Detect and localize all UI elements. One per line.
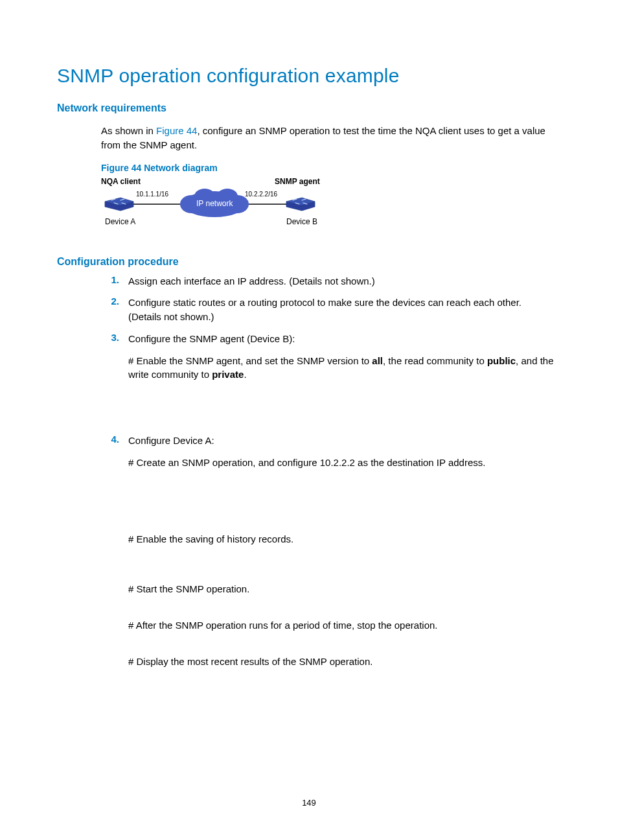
step-text: Configure the SNMP agent (Device B): <box>128 332 295 346</box>
s3-m1: , the read community to <box>383 355 487 366</box>
step-number: 3. <box>101 332 119 343</box>
label-device-a: Device A <box>105 217 135 226</box>
s3-b2: public <box>487 355 516 366</box>
step-number: 4. <box>101 434 119 445</box>
step-number: 2. <box>101 296 119 307</box>
procedure-list: 1. Assign each interface an IP address. … <box>101 274 561 346</box>
list-item: 3. Configure the SNMP agent (Device B): <box>101 332 561 346</box>
s3-pre: # Enable the SNMP agent, and set the SNM… <box>128 355 372 366</box>
label-ip-a: 10.1.1.1/16 <box>136 191 168 198</box>
figure-link[interactable]: Figure 44 <box>156 125 197 136</box>
list-item: 1. Assign each interface an IP address. … <box>101 274 561 288</box>
step4-b: # Enable the saving of history records. <box>128 532 556 546</box>
figure-caption: Figure 44 Network diagram <box>101 163 561 173</box>
label-snmp-agent: SNMP agent <box>275 177 320 186</box>
label-ip-b: 10.2.2.2/16 <box>245 191 277 198</box>
page-number: 149 <box>0 798 618 808</box>
step-text: Assign each interface an IP address. (De… <box>128 274 375 288</box>
step-text: Configure Device A: <box>128 434 214 448</box>
intro-paragraph: As shown in Figure 44, configure an SNMP… <box>101 124 561 152</box>
s3-b1: all <box>372 355 383 366</box>
list-item: 2. Configure static routes or a routing … <box>101 296 561 324</box>
section-configuration-procedure: Configuration procedure <box>57 256 561 268</box>
step4-e: # Display the most recent results of the… <box>128 655 556 669</box>
page-title: SNMP operation configuration example <box>57 65 561 87</box>
step-text: Configure static routes or a routing pro… <box>128 296 556 324</box>
section-network-requirements: Network requirements <box>57 102 561 114</box>
s3-b3: private <box>212 369 244 380</box>
label-ip-network: IP network <box>196 199 233 208</box>
step3-sub: # Enable the SNMP agent, and set the SNM… <box>128 354 556 382</box>
s3-end: . <box>244 369 246 380</box>
list-item: 4. Configure Device A: <box>101 434 561 448</box>
intro-pre: As shown in <box>101 125 156 136</box>
label-nqa-client: NQA client <box>101 177 141 186</box>
network-diagram: NQA client SNMP agent 10.1.1.1/16 10.2.2… <box>101 177 334 235</box>
step4-d: # After the SNMP operation runs for a pe… <box>128 618 556 633</box>
step-number: 1. <box>101 274 119 285</box>
label-device-b: Device B <box>286 217 317 226</box>
step4-c: # Start the SNMP operation. <box>128 582 556 596</box>
step4-a: # Create an SNMP operation, and configur… <box>128 456 556 470</box>
